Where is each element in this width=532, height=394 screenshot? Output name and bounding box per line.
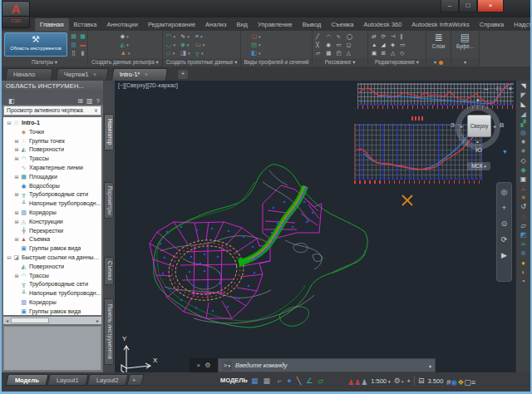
viewcube-left-arrow-icon[interactable]: ▸	[461, 123, 463, 129]
customization-button[interactable]: +	[407, 377, 411, 385]
toolbar-tool-icon[interactable]: ◣	[520, 101, 525, 109]
annotation-icon[interactable]: ♟	[354, 378, 361, 387]
clipboard-panel-strip[interactable]: ▾	[451, 58, 479, 66]
toolbar-tool-icon[interactable]: ◥	[520, 82, 525, 91]
modify-tool-icon[interactable]: ◢	[381, 41, 386, 48]
navbar-tool-icon[interactable]: ◎	[501, 188, 508, 196]
tree-item[interactable]: ⊞ ◬ Конструкции	[3, 218, 101, 227]
profile-view-icon[interactable]: ◫	[251, 32, 257, 40]
ribbon-tab[interactable]: Вид	[231, 18, 253, 31]
create-design-icon[interactable]: ◨	[180, 49, 186, 57]
ribbon-tab[interactable]: Autodesk 360	[358, 18, 406, 31]
create-surface-icon[interactable]: ◭	[121, 41, 126, 48]
grid-toggle-icon[interactable]: ▦	[264, 375, 271, 387]
grid-toggle-icon[interactable]: ▦	[251, 375, 259, 387]
scroll-left-icon[interactable]: ◂	[3, 318, 11, 323]
navbar-tool-icon[interactable]: ⊙	[501, 219, 508, 228]
panel-label[interactable]: Создать данные рельефа ▾	[88, 58, 162, 66]
minimize-button[interactable]: –	[441, 0, 459, 12]
tree-item[interactable]: ∿ Характерные линии	[3, 164, 101, 173]
viewcube-top-face[interactable]: Сверху	[467, 115, 491, 137]
palette-icon[interactable]: ▯	[69, 49, 78, 57]
viewport-window-controls[interactable]: – □ ×	[485, 85, 515, 92]
tree-expander-icon[interactable]: ⊞	[13, 218, 20, 227]
toolbar-tool-icon[interactable]: ◔	[521, 278, 525, 286]
toolbar-tool-icon[interactable]: ◤	[520, 91, 525, 100]
toolspace-tool-icon[interactable]: ◧	[8, 97, 15, 105]
palette-icon[interactable]: ▥	[69, 41, 78, 49]
create-design-icon[interactable]: ◆	[180, 41, 185, 48]
profile-view-icon[interactable]: ◧	[251, 49, 257, 57]
toolbar-tool-icon[interactable]: ◗	[521, 268, 525, 277]
tree-item[interactable]: ⊟ ▤ Intro-1	[3, 119, 101, 128]
profile-view-icon[interactable]: ▤	[251, 41, 257, 48]
draw-tool-icon[interactable]: ◯	[347, 32, 352, 40]
draw-tool-icon[interactable]: ╱	[316, 32, 322, 40]
tree-expander-icon[interactable]: ⊞	[13, 235, 20, 244]
toolbar-tool-icon[interactable]: ⊥	[520, 185, 526, 193]
tree-expander-icon[interactable]: ⊞	[13, 272, 20, 281]
maximize-button[interactable]: □	[459, 0, 477, 12]
ribbon-tab[interactable]: Autodesk InfraWorks	[406, 18, 474, 31]
tree-expander-icon[interactable]: ⊞	[13, 145, 20, 155]
tree-item[interactable]: ╋ Перекрестки	[3, 227, 101, 236]
drafting-toggle-icon[interactable]: ●	[287, 375, 291, 387]
tree-expander-icon[interactable]: ⊞	[13, 173, 20, 182]
create-design-icon[interactable]: ◡	[166, 41, 172, 48]
tree-item[interactable]: ⊞ ◠ Трассы	[3, 272, 101, 281]
annotation-icon[interactable]: ♟	[347, 378, 354, 387]
toolbar-tool-icon[interactable]: ◍	[520, 129, 526, 137]
tree-item[interactable]: ⊞ ▲ Съемка	[3, 235, 101, 244]
drafting-toggle-icon[interactable]: ⌐	[278, 375, 282, 387]
tree-item[interactable]: ⊞ ╥ Трубопроводные сети	[3, 190, 101, 199]
modify-tool-icon[interactable]: ▭	[400, 41, 405, 48]
drawing-canvas[interactable]: [−][Сверху][2D-каркас] – □ ×	[115, 81, 530, 372]
file-tab-intro1[interactable]: Intro-1*×	[111, 68, 168, 81]
tree-item[interactable]: ▥ Коридоры	[3, 298, 101, 308]
create-design-icon[interactable]: ▱	[166, 49, 171, 57]
annotation-icon[interactable]: ♟	[361, 378, 367, 387]
tab-prospector[interactable]: Навигатор	[104, 114, 114, 150]
toolbar-tool-icon[interactable]: ▱	[520, 222, 525, 230]
toolbar-tool-icon[interactable]: ≃	[520, 240, 526, 249]
tree-expander-icon[interactable]: ⊞	[13, 209, 20, 218]
viewcube-east-label[interactable]: В	[500, 121, 504, 129]
plot-notify-icon[interactable]: ⊟	[418, 375, 425, 387]
tree-item[interactable]: ⊞ ◭ Поверхности	[3, 145, 101, 155]
new-tab-button[interactable]: +	[178, 70, 188, 79]
tree-item[interactable]: ⊞ ◠ Трассы	[3, 155, 101, 164]
panel-label[interactable]: Редактирование ▾	[368, 58, 426, 66]
modify-tool-icon[interactable]: ⊞	[381, 49, 386, 57]
clipboard-button[interactable]: ▤ Буфе...	[451, 32, 479, 50]
ribbon-tab[interactable]: Надстройки	[509, 18, 532, 31]
toolspace-tool-icon[interactable]: ⊞	[77, 97, 83, 105]
tab-toolbox[interactable]: Панель инструментов	[104, 298, 114, 365]
toolbar-tool-icon[interactable]: ∗	[520, 138, 526, 146]
draw-tool-icon[interactable]: ▭	[337, 41, 342, 48]
command-input[interactable]: > ▾ Введите команду ▴	[218, 358, 436, 372]
ribbon-tab[interactable]: Вывод	[298, 18, 327, 31]
scroll-right-icon[interactable]: ▸	[94, 318, 101, 323]
workspace-gear-icon[interactable]: ⚙ ▾	[394, 375, 404, 387]
tree-expander-icon[interactable]: ⊞	[13, 190, 20, 199]
ribbon-tab[interactable]: Редактирование	[143, 18, 200, 31]
tree-item[interactable]: ◭ Поверхности	[3, 263, 101, 272]
toolbar-tool-icon[interactable]: ∗	[520, 147, 526, 155]
create-design-icon[interactable]: ≡	[195, 32, 199, 40]
viewcube-menu-icon[interactable]: ▼	[502, 149, 508, 155]
toolspace-tool-icon[interactable]: ▥	[86, 97, 93, 105]
command-history-icon[interactable]: ▴	[429, 362, 431, 368]
palette-icon[interactable]: ▮	[78, 49, 87, 57]
modify-tool-icon[interactable]: ⊣	[391, 32, 396, 40]
viewcube-right-arrow-icon[interactable]: ◂	[493, 123, 495, 129]
file-tab-drawing1[interactable]: Чертеж1×	[56, 68, 109, 81]
navbar-tool-icon[interactable]: +	[502, 204, 506, 212]
tree-expander-icon[interactable]: ⊟	[6, 254, 12, 263]
create-design-icon[interactable]: ▭	[195, 41, 201, 48]
ribbon-tab[interactable]: Вставка	[69, 18, 102, 31]
tray-icon[interactable]: ▢	[464, 378, 471, 387]
new-layout-button[interactable]: +	[126, 374, 144, 386]
viewcube-down-arrow-icon[interactable]: ▴	[476, 138, 479, 144]
command-prompt-icon[interactable]: > ▾	[222, 361, 232, 371]
draw-tool-icon[interactable]: ▦	[326, 49, 332, 57]
